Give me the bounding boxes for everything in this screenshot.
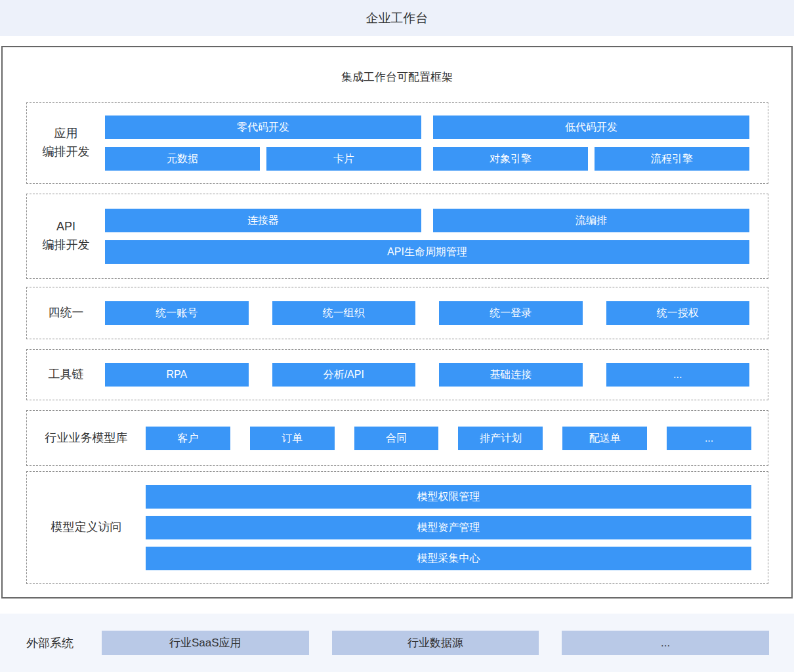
section-model-definition-access-label: 模型定义访问 — [27, 518, 146, 537]
section-toolchain-label: 工具链 — [27, 366, 105, 384]
half-pair: 对象引擎 流程引擎 — [433, 147, 749, 171]
workbench-banner-title: 企业工作台 — [366, 10, 428, 27]
block-zero-code-dev: 零代码开发 — [105, 116, 421, 139]
block-low-code-dev: 低代码开发 — [433, 116, 749, 139]
framework-container: 集成工作台可配置框架 应用 编排开发 零代码开发 低代码开发 元数据 卡片 对象… — [1, 46, 793, 598]
label-line: API — [27, 218, 105, 236]
row: 零代码开发 低代码开发 — [105, 116, 749, 139]
block-external-more: ... — [562, 631, 769, 655]
label-line: 编排开发 — [27, 143, 105, 161]
label-line: 应用 — [27, 125, 105, 143]
block-connector: 连接器 — [105, 209, 421, 232]
row: 客户 订单 合同 排产计划 配送单 ... — [146, 427, 751, 450]
block-unified-auth: 统一授权 — [606, 301, 750, 325]
block-flow-orchestration: 流编排 — [433, 209, 749, 232]
block-production-plan: 排产计划 — [458, 427, 543, 450]
row: 元数据 卡片 对象引擎 流程引擎 — [105, 147, 749, 171]
half-pair: 元数据 卡片 — [105, 147, 421, 171]
block-model-permission-mgmt: 模型权限管理 — [146, 485, 751, 509]
block-card: 卡片 — [266, 147, 421, 171]
block-unified-org: 统一组织 — [272, 301, 416, 325]
section-four-unifications-content: 统一账号 统一组织 统一登录 统一授权 — [105, 301, 749, 325]
block-delivery-note: 配送单 — [562, 427, 647, 450]
row: RPA 分析/API 基础连接 ... — [105, 363, 749, 387]
section-api-orchestration-content: 连接器 流编排 API生命周期管理 — [105, 209, 749, 264]
top-banner: 企业工作台 — [0, 0, 794, 36]
row: API生命周期管理 — [105, 240, 749, 264]
block-order: 订单 — [250, 427, 335, 450]
section-industry-model-library-content: 客户 订单 合同 排产计划 配送单 ... — [146, 427, 751, 450]
block-unified-login: 统一登录 — [439, 301, 583, 325]
section-industry-model-library-label: 行业业务模型库 — [27, 429, 146, 448]
external-systems-band: 外部系统 行业SaaS应用 行业数据源 ... — [0, 614, 794, 672]
section-app-orchestration-label: 应用 编排开发 — [27, 125, 105, 161]
block-industry-data-source: 行业数据源 — [332, 631, 539, 655]
section-toolchain: 工具链 RPA 分析/API 基础连接 ... — [26, 349, 768, 400]
framework-title: 集成工作台可配置框架 — [3, 70, 791, 85]
section-toolchain-content: RPA 分析/API 基础连接 ... — [105, 363, 749, 387]
block-process-engine: 流程引擎 — [595, 147, 749, 171]
block-analysis-api: 分析/API — [272, 363, 416, 387]
row: 统一账号 统一组织 统一登录 统一授权 — [105, 301, 749, 325]
section-api-orchestration-label: API 编排开发 — [27, 218, 105, 255]
block-model-asset-mgmt: 模型资产管理 — [146, 516, 751, 539]
section-model-definition-access: 模型定义访问 模型权限管理 模型资产管理 模型采集中心 — [26, 471, 768, 584]
block-object-engine: 对象引擎 — [433, 147, 588, 171]
section-model-definition-access-content: 模型权限管理 模型资产管理 模型采集中心 — [146, 485, 751, 570]
block-model-collection-center: 模型采集中心 — [146, 547, 751, 570]
external-systems-blocks: 行业SaaS应用 行业数据源 ... — [102, 631, 769, 655]
section-four-unifications: 四统一 统一账号 统一组织 统一登录 统一授权 — [26, 287, 768, 339]
block-model-more: ... — [667, 427, 751, 450]
block-toolchain-more: ... — [606, 363, 750, 387]
block-basic-connect: 基础连接 — [439, 363, 583, 387]
block-industry-saas-app: 行业SaaS应用 — [102, 631, 309, 655]
block-metadata: 元数据 — [105, 147, 260, 171]
label-line: 编排开发 — [27, 236, 105, 255]
block-unified-account: 统一账号 — [105, 301, 249, 325]
section-industry-model-library: 行业业务模型库 客户 订单 合同 排产计划 配送单 ... — [26, 410, 768, 466]
external-systems-label: 外部系统 — [26, 614, 73, 672]
section-app-orchestration-content: 零代码开发 低代码开发 元数据 卡片 对象引擎 流程引擎 — [105, 116, 749, 171]
section-api-orchestration: API 编排开发 连接器 流编排 API生命周期管理 — [26, 194, 768, 279]
block-customer: 客户 — [146, 427, 230, 450]
block-rpa: RPA — [105, 363, 249, 387]
block-api-lifecycle-mgmt: API生命周期管理 — [105, 240, 749, 264]
section-app-orchestration: 应用 编排开发 零代码开发 低代码开发 元数据 卡片 对象引擎 流程引擎 — [26, 102, 768, 184]
block-contract: 合同 — [354, 427, 439, 450]
section-four-unifications-label: 四统一 — [27, 304, 105, 322]
row: 连接器 流编排 — [105, 209, 749, 232]
